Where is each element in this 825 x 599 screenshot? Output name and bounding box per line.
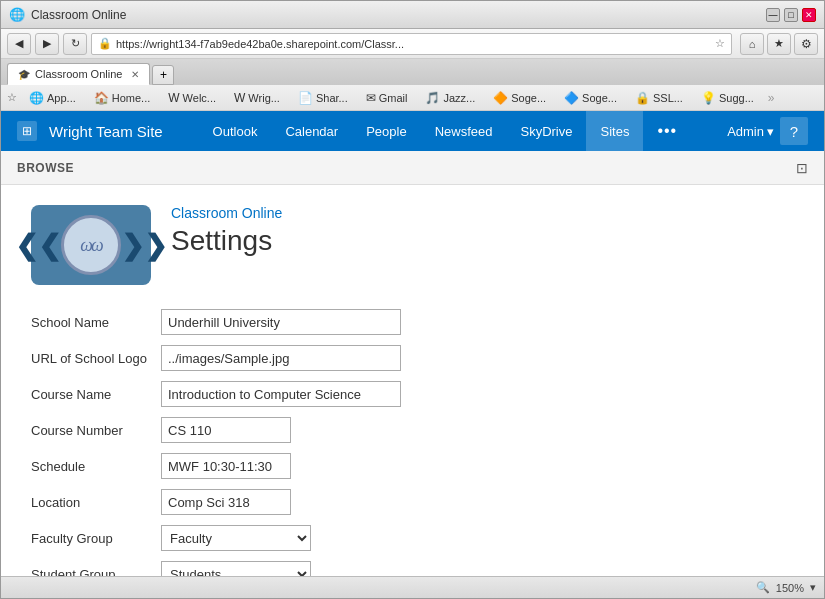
input-location[interactable] [161, 489, 291, 515]
form-row-logo-url: URL of School Logo [31, 345, 794, 371]
bookmark-sugg[interactable]: 💡Sugg... [695, 89, 760, 107]
logo-text: ωω [80, 235, 101, 256]
bookmark-shar-label: Shar... [316, 92, 348, 104]
nav-more-button[interactable]: ••• [643, 111, 691, 151]
close-button[interactable]: ✕ [802, 8, 816, 22]
bookmark-soge2-label: Soge... [582, 92, 617, 104]
new-tab-button[interactable]: + [152, 65, 174, 85]
ribbon-expand-icon[interactable]: ⊡ [796, 160, 808, 176]
nav-item-calendar[interactable]: Calendar [271, 111, 352, 151]
bookmark-soge2[interactable]: 🔷Soge... [558, 89, 623, 107]
school-logo: ❮❮ ωω ❯❯ [31, 205, 151, 285]
bookmark-ssl[interactable]: 🔒SSL... [629, 89, 689, 107]
bookmark-jazz[interactable]: 🎵Jazz... [419, 89, 481, 107]
bookmark-shar[interactable]: 📄Shar... [292, 89, 354, 107]
settings-form: School Name URL of School Logo Course Na… [31, 309, 794, 576]
label-schedule: Schedule [31, 459, 161, 474]
favorites-button[interactable]: ★ [767, 33, 791, 55]
nav-bar: ◀ ▶ ↻ 🔒 https://wright134-f7ab9ede42ba0e… [1, 29, 824, 59]
page-title-block: Classroom Online Settings [171, 205, 282, 257]
bookmark-gmail-label: Gmail [379, 92, 408, 104]
nav-item-sites[interactable]: Sites [586, 111, 643, 151]
form-row-course-number: Course Number [31, 417, 794, 443]
bookmark-soge1-label: Soge... [511, 92, 546, 104]
page-content: ❮❮ ωω ❯❯ Classroom Online Settings Schoo… [1, 185, 824, 576]
input-course-name[interactable] [161, 381, 401, 407]
zoom-icon: 🔍 [756, 581, 770, 594]
bookmark-welc[interactable]: WWelc... [162, 89, 222, 107]
app-name[interactable]: Classroom Online [171, 205, 282, 221]
bookmark-apps-label: App... [47, 92, 76, 104]
admin-button[interactable]: Admin ▾ [727, 124, 774, 139]
label-student-group: Student Group [31, 567, 161, 577]
settings-cog[interactable]: ⚙ [794, 33, 818, 55]
bookmark-wrig[interactable]: WWrig... [228, 89, 286, 107]
input-course-number[interactable] [161, 417, 291, 443]
browser-tab-classroom[interactable]: 🎓 Classroom Online ✕ [7, 63, 150, 85]
status-bar: 🔍 150% ▾ [1, 576, 824, 598]
bookmark-ssl-label: SSL... [653, 92, 683, 104]
maximize-button[interactable]: □ [784, 8, 798, 22]
input-logo-url[interactable] [161, 345, 401, 371]
zoom-level: 150% [776, 582, 804, 594]
bookmark-wrig-label: Wrig... [248, 92, 280, 104]
nav-item-outlook[interactable]: Outlook [199, 111, 272, 151]
bookmark-soge1[interactable]: 🔶Soge... [487, 89, 552, 107]
zoom-dropdown[interactable]: ▾ [810, 581, 816, 594]
tab-favicon: 🎓 [18, 69, 30, 80]
input-schedule[interactable] [161, 453, 291, 479]
form-row-school-name: School Name [31, 309, 794, 335]
site-name[interactable]: Wright Team Site [49, 123, 163, 140]
nav-item-people[interactable]: People [352, 111, 420, 151]
refresh-button[interactable]: ↻ [63, 33, 87, 55]
input-school-name[interactable] [161, 309, 401, 335]
sharepoint-nav: Outlook Calendar People Newsfeed SkyDriv… [199, 111, 692, 151]
label-school-name: School Name [31, 315, 161, 330]
nav-item-newsfeed[interactable]: Newsfeed [421, 111, 507, 151]
form-row-faculty-group: Faculty Group Faculty Staff Admin [31, 525, 794, 551]
title-bar-controls: — □ ✕ [766, 8, 816, 22]
label-location: Location [31, 495, 161, 510]
label-logo-url: URL of School Logo [31, 351, 161, 366]
bookmark-home[interactable]: 🏠Home... [88, 89, 157, 107]
ribbon-label: BROWSE [17, 161, 74, 175]
title-bar: 🌐 Classroom Online — □ ✕ [1, 1, 824, 29]
form-row-schedule: Schedule [31, 453, 794, 479]
minimize-button[interactable]: — [766, 8, 780, 22]
home-button[interactable]: ⌂ [740, 33, 764, 55]
address-bar[interactable]: https://wright134-f7ab9ede42ba0e.sharepo… [116, 38, 715, 50]
label-course-number: Course Number [31, 423, 161, 438]
ribbon: BROWSE ⊡ [1, 151, 824, 185]
label-faculty-group: Faculty Group [31, 531, 161, 546]
select-student-group[interactable]: Students All Users Members [161, 561, 311, 576]
bookmark-apps[interactable]: 🌐App... [23, 89, 82, 107]
select-faculty-group[interactable]: Faculty Staff Admin [161, 525, 311, 551]
forward-button[interactable]: ▶ [35, 33, 59, 55]
tab-close-button[interactable]: ✕ [131, 69, 139, 80]
bookmarks-overflow[interactable]: » [768, 91, 775, 105]
sp-waffle-icon[interactable]: ⊞ [17, 121, 37, 141]
form-row-location: Location [31, 489, 794, 515]
lock-icon: 🔒 [98, 37, 112, 50]
browser-favicon: 🌐 [9, 7, 25, 22]
bookmark-sugg-label: Sugg... [719, 92, 754, 104]
bookmark-jazz-label: Jazz... [443, 92, 475, 104]
sharepoint-topbar: ⊞ Wright Team Site Outlook Calendar Peop… [1, 111, 824, 151]
logo-circle: ωω [61, 215, 121, 275]
bookmark-welc-label: Welc... [183, 92, 216, 104]
page-header: ❮❮ ωω ❯❯ Classroom Online Settings [31, 205, 794, 285]
arrow-right-icon: ❯❯ [121, 229, 167, 262]
page-title: Settings [171, 225, 282, 257]
nav-item-skydrive[interactable]: SkyDrive [506, 111, 586, 151]
form-row-course-name: Course Name [31, 381, 794, 407]
bookmarks-bar: ☆ 🌐App... 🏠Home... WWelc... WWrig... 📄Sh… [1, 85, 824, 111]
browser-title: Classroom Online [31, 8, 126, 22]
back-button[interactable]: ◀ [7, 33, 31, 55]
bookmark-gmail[interactable]: ✉Gmail [360, 89, 414, 107]
star-icon[interactable]: ☆ [715, 37, 725, 50]
bookmarks-label: ☆ [7, 91, 17, 104]
arrow-left-icon: ❮❮ [15, 229, 61, 262]
admin-label: Admin [727, 124, 764, 139]
help-button[interactable]: ? [780, 117, 808, 145]
tab-bar: 🎓 Classroom Online ✕ + [1, 59, 824, 85]
